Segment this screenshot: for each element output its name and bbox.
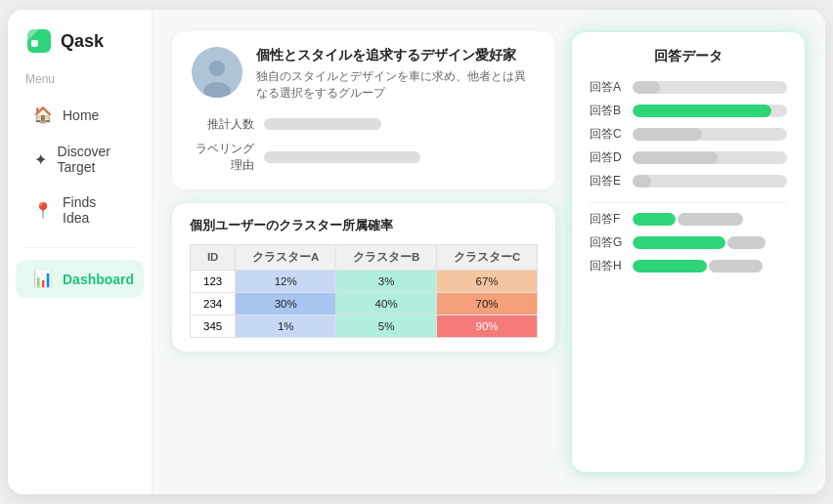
cell-b: 5% (336, 315, 437, 337)
right-panel: 回答データ 回答A 回答B 回答C (571, 31, 806, 473)
profile-header: 個性とスタイルを追求するデザイン愛好家 独自のスタイルとデザインを車に求め、他者… (192, 47, 536, 103)
answer-bar-gray-f (678, 213, 742, 226)
answer-label-d: 回答D (590, 149, 625, 166)
sidebar-divider (25, 247, 134, 248)
table-row: 345 1% 5% 90% (191, 315, 538, 337)
discover-icon: ✦ (33, 150, 48, 169)
sidebar-item-home[interactable]: 🏠 Home (16, 96, 144, 134)
cluster-card: 個別ユーザーのクラスター所属確率 ID クラスターA クラスターB クラスターC… (172, 203, 555, 352)
answer-card: 回答データ 回答A 回答B 回答C (571, 31, 806, 473)
cell-b: 3% (336, 270, 437, 292)
left-panel: 個性とスタイルを追求するデザイン愛好家 独自のスタイルとデザインを車に求め、他者… (172, 31, 555, 473)
col-header-a: クラスターA (236, 244, 336, 270)
cell-a: 1% (236, 315, 336, 337)
svg-point-4 (203, 82, 231, 98)
answer-bar-green-g (633, 236, 725, 249)
answer-bar-track-e (633, 175, 787, 188)
logo-text: Qask (61, 31, 104, 52)
answer-bar-gray-h (709, 260, 763, 273)
profile-card: 個性とスタイルを追求するデザイン愛好家 独自のスタイルとデザインを車に求め、他者… (172, 31, 555, 189)
sidebar-item-discover[interactable]: ✦ Discover Target (16, 134, 144, 185)
col-header-id: ID (191, 244, 236, 270)
answer-row-e: 回答E (590, 173, 787, 189)
answer-label-f: 回答F (590, 211, 625, 228)
answer-bar-track-a (633, 81, 787, 94)
answer-row-c: 回答C (590, 126, 787, 143)
field-label-1: 推計人数 (192, 116, 254, 133)
sidebar-item-discover-label: Discover Target (58, 144, 126, 175)
sidebar-item-dashboard[interactable]: 📊 Dashboard (16, 260, 144, 298)
answer-bar-track-g (633, 236, 787, 249)
sidebar-item-home-label: Home (63, 107, 99, 123)
profile-fields: 推計人数 ラベリング 理由 (192, 116, 536, 174)
cell-id: 234 (191, 292, 236, 315)
answer-bar-fill-c (633, 128, 702, 141)
profile-desc: 独自のスタイルとデザインを車に求め、他者とは異なる選択をするグループ (256, 68, 536, 103)
answer-row-b: 回答B (590, 103, 787, 119)
answer-bar-fill-b (633, 105, 771, 117)
cell-c: 70% (437, 292, 538, 315)
logo: Qask (8, 27, 152, 72)
answer-bar-track-f (633, 213, 787, 226)
table-row: 234 30% 40% 70% (191, 292, 538, 315)
logo-icon (25, 27, 53, 55)
col-header-b: クラスターB (336, 244, 437, 270)
app-window: Qask Menu 🏠 Home ✦ Discover Target 📍 Fin… (8, 10, 825, 494)
profile-field-row-2: ラベリング 理由 (192, 141, 536, 174)
cell-a: 12% (236, 270, 336, 292)
col-header-c: クラスターC (437, 244, 538, 270)
sidebar: Qask Menu 🏠 Home ✦ Discover Target 📍 Fin… (8, 10, 153, 494)
answer-divider (590, 202, 787, 203)
field-bar-1 (264, 118, 381, 130)
cell-c: 67% (437, 270, 538, 292)
answer-bar-track-c (633, 128, 787, 141)
cell-a: 30% (236, 292, 336, 315)
answer-label-g: 回答G (590, 234, 625, 251)
finds-icon: 📍 (33, 201, 53, 220)
answer-row-g: 回答G (590, 234, 787, 251)
menu-label: Menu (8, 72, 152, 96)
answer-row-f: 回答F (590, 211, 787, 228)
answer-bar-track-h (633, 260, 787, 273)
answer-bar-track-d (633, 151, 787, 164)
cell-c: 90% (437, 315, 538, 337)
table-row: 123 12% 3% 67% (191, 270, 538, 292)
avatar (192, 47, 242, 98)
answer-bar-fill-e (633, 175, 651, 188)
dashboard-icon: 📊 (33, 270, 53, 288)
profile-title: 個性とスタイルを追求するデザイン愛好家 (256, 47, 536, 64)
field-label-2: ラベリング 理由 (192, 141, 254, 174)
answer-row-a: 回答A (590, 79, 787, 96)
answer-label-h: 回答H (590, 258, 625, 274)
sidebar-item-finds-label: Finds Idea (63, 194, 126, 226)
answer-bar-fill-a (633, 81, 660, 94)
sidebar-item-dashboard-label: Dashboard (63, 272, 134, 287)
answer-bar-fill-d (633, 151, 718, 164)
answer-label-b: 回答B (590, 103, 625, 119)
cell-b: 40% (336, 292, 437, 315)
cluster-table: ID クラスターA クラスターB クラスターC 123 12% 3% 67% (190, 244, 538, 338)
answer-row-d: 回答D (590, 149, 787, 166)
main-content: 個性とスタイルを追求するデザイン愛好家 独自のスタイルとデザインを車に求め、他者… (153, 10, 825, 494)
answer-title: 回答データ (590, 48, 787, 65)
answer-label-a: 回答A (590, 79, 625, 96)
svg-rect-2 (31, 40, 38, 47)
profile-field-row-1: 推計人数 (192, 116, 536, 133)
answer-label-c: 回答C (590, 126, 625, 143)
profile-text: 個性とスタイルを追求するデザイン愛好家 独自のスタイルとデザインを車に求め、他者… (256, 47, 536, 103)
cell-id: 345 (191, 315, 236, 337)
cluster-title: 個別ユーザーのクラスター所属確率 (190, 217, 538, 234)
home-icon: 🏠 (33, 105, 53, 124)
answer-label-e: 回答E (590, 173, 625, 189)
answer-bar-green-f (633, 213, 676, 226)
answer-bar-gray-g (727, 236, 767, 249)
answer-bar-track-b (633, 105, 787, 117)
answer-bar-green-h (633, 260, 707, 273)
field-bar-2 (264, 151, 420, 163)
cell-id: 123 (191, 270, 236, 292)
answer-row-h: 回答H (590, 258, 787, 274)
sidebar-item-finds[interactable]: 📍 Finds Idea (16, 185, 144, 235)
svg-point-3 (209, 61, 225, 76)
